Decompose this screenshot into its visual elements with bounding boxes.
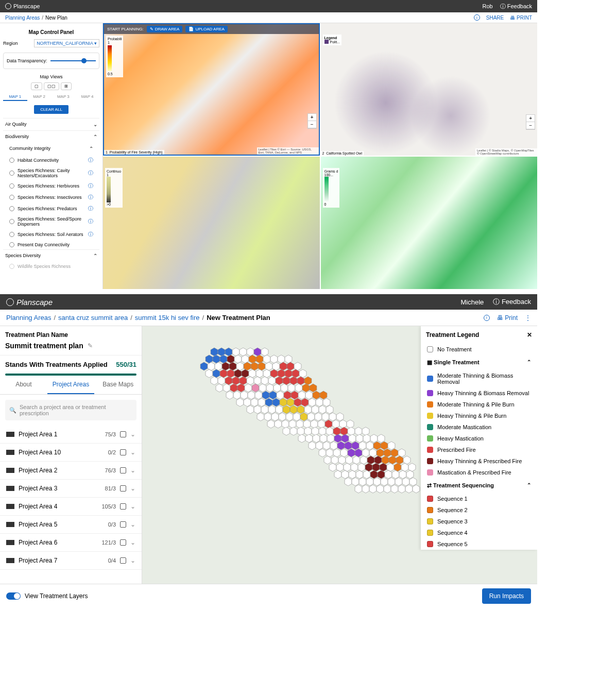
hex-cell[interactable] <box>372 463 380 471</box>
hex-cell[interactable] <box>359 442 366 450</box>
tab-project-areas[interactable]: Project Areas <box>47 376 95 394</box>
hex-cell[interactable] <box>227 355 234 363</box>
hex-grid[interactable] <box>183 342 451 548</box>
hex-cell[interactable] <box>384 449 391 457</box>
hex-cell[interactable] <box>211 377 218 385</box>
hex-cell[interactable] <box>315 413 322 421</box>
hex-cell[interactable] <box>244 362 251 370</box>
hex-cell[interactable] <box>374 456 382 464</box>
hex-cell[interactable] <box>345 442 352 450</box>
hex-cell[interactable] <box>251 398 258 406</box>
hex-cell[interactable] <box>280 398 287 406</box>
hex-cell[interactable] <box>251 362 258 370</box>
hex-cell[interactable] <box>401 463 408 471</box>
hex-cell[interactable] <box>348 449 355 457</box>
region-select[interactable]: NORTHERN_CALIFORNIA ▾ <box>34 39 99 47</box>
hex-cell[interactable] <box>362 427 369 435</box>
hex-cell[interactable] <box>282 420 289 428</box>
project-area-item[interactable]: Project Area 100/2⌄ <box>0 444 142 462</box>
info-icon[interactable]: ⓘ <box>88 205 93 212</box>
zoom-control[interactable]: +− <box>307 113 317 129</box>
hex-cell[interactable] <box>378 470 385 479</box>
hex-cell[interactable] <box>297 405 304 414</box>
hex-cell[interactable] <box>272 362 280 370</box>
hex-cell[interactable] <box>268 377 276 385</box>
hex-cell[interactable] <box>326 405 333 414</box>
hex-cell[interactable] <box>409 478 417 486</box>
hex-cell[interactable] <box>279 413 286 421</box>
hex-cell[interactable] <box>285 355 292 363</box>
user-name[interactable]: Michele <box>460 298 484 306</box>
hex-cell[interactable] <box>236 398 244 406</box>
edit-icon[interactable]: ✎ <box>88 342 93 349</box>
hex-cell[interactable] <box>339 420 347 428</box>
hex-cell[interactable] <box>370 470 378 479</box>
hex-cell[interactable] <box>225 348 232 356</box>
hex-cell[interactable] <box>360 456 367 464</box>
hex-cell[interactable] <box>388 478 395 486</box>
hex-cell[interactable] <box>329 413 336 421</box>
hex-cell[interactable] <box>271 413 279 421</box>
hex-cell[interactable] <box>382 456 389 464</box>
hex-cell[interactable] <box>265 398 272 406</box>
hex-cell[interactable] <box>267 420 275 428</box>
more-menu-icon[interactable]: ⋮ <box>525 314 531 321</box>
layer-wildlife[interactable]: Wildlife Species Richness <box>3 262 99 271</box>
hex-cell[interactable] <box>272 398 280 406</box>
hex-cell[interactable] <box>208 362 215 370</box>
view-double-icon[interactable]: ▢▢ <box>44 82 59 90</box>
layer-item[interactable]: Species Richness: Cavity Nesters/Excavat… <box>3 166 99 180</box>
hex-cell[interactable] <box>213 355 220 363</box>
hex-cell[interactable] <box>336 463 344 471</box>
hex-cell[interactable] <box>263 355 270 363</box>
hex-cell[interactable] <box>290 405 297 414</box>
radio-icon[interactable] <box>9 183 14 189</box>
hex-cell[interactable] <box>305 391 313 399</box>
project-area-item[interactable]: Project Area 175/3⌄ <box>0 426 142 444</box>
hex-cell[interactable] <box>334 434 341 443</box>
hex-cell[interactable] <box>285 369 292 378</box>
radio-icon[interactable] <box>9 171 14 176</box>
hex-cell[interactable] <box>302 384 310 392</box>
hex-cell[interactable] <box>266 384 273 392</box>
hex-cell[interactable] <box>392 470 399 479</box>
zoom-control[interactable]: +− <box>526 114 535 130</box>
hex-cell[interactable] <box>234 369 242 378</box>
hex-cell[interactable] <box>322 413 329 421</box>
hex-cell[interactable] <box>206 369 213 378</box>
hex-cell[interactable] <box>340 449 348 457</box>
hex-cell[interactable] <box>277 391 284 399</box>
layer-item[interactable]: Species Richness: Herbivoresⓘ <box>3 180 99 192</box>
hex-cell[interactable] <box>378 434 385 443</box>
hex-cell[interactable] <box>276 405 283 414</box>
hex-cell[interactable] <box>297 377 304 385</box>
hex-cell[interactable] <box>256 369 263 378</box>
feedback-link[interactable]: ⓘ Feedback <box>493 297 531 307</box>
hex-cell[interactable] <box>347 420 354 428</box>
feedback-link[interactable]: ⓘ Feedback <box>500 3 532 10</box>
hex-cell[interactable] <box>358 463 365 471</box>
hex-cell[interactable] <box>413 485 420 493</box>
hex-cell[interactable] <box>254 405 261 414</box>
hex-cell[interactable] <box>230 384 237 392</box>
hex-cell[interactable] <box>249 369 256 378</box>
hex-cell[interactable] <box>225 377 232 385</box>
hex-cell[interactable] <box>327 434 334 443</box>
hex-cell[interactable] <box>369 449 377 457</box>
hex-cell[interactable] <box>351 463 358 471</box>
info-icon[interactable]: ⓘ <box>88 218 93 225</box>
hex-cell[interactable] <box>337 442 345 450</box>
hex-cell[interactable] <box>340 427 348 435</box>
hex-cell[interactable] <box>356 434 363 443</box>
project-area-item[interactable]: Project Area 381/3⌄ <box>0 480 142 498</box>
hex-cell[interactable] <box>363 434 370 443</box>
share-button[interactable]: SHARE <box>486 15 504 21</box>
hex-cell[interactable] <box>290 427 297 435</box>
hex-cell[interactable] <box>373 442 381 450</box>
run-impacts-button[interactable]: Run Impacts <box>482 588 531 604</box>
hex-cell[interactable] <box>263 369 270 378</box>
hex-cell[interactable] <box>255 391 262 399</box>
radio-icon[interactable] <box>9 206 14 211</box>
hex-cell[interactable] <box>324 456 331 464</box>
hex-cell[interactable] <box>307 413 315 421</box>
